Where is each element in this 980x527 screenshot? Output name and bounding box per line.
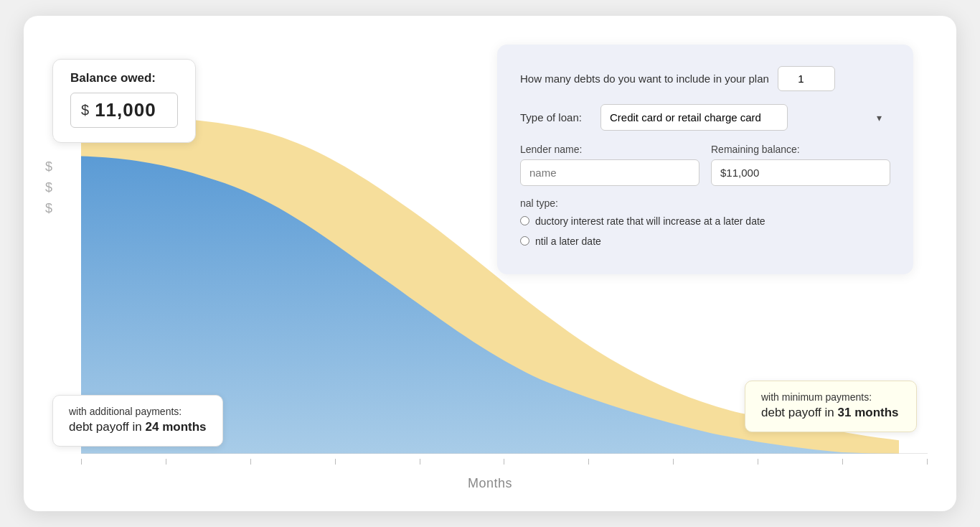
callout-minimum: with minimum payments: debt payoff in 31… <box>745 381 917 432</box>
x-axis-label: Months <box>468 476 512 491</box>
lender-field-group: Lender name: <box>520 144 699 186</box>
remaining-balance-input[interactable] <box>711 159 890 186</box>
balance-amount: 11,000 <box>95 99 156 121</box>
callout-minimum-sub: with minimum payments: <box>761 391 900 403</box>
callout-additional: with additional payments: debt payoff in… <box>52 395 223 447</box>
radio-until[interactable] <box>520 236 529 246</box>
lender-label: Lender name: <box>520 144 699 155</box>
y-label-2: $ <box>45 180 52 195</box>
debts-label: How many debts do you want to include in… <box>520 73 769 85</box>
rate-section: nal type: ductory interest rate that wil… <box>520 197 890 248</box>
callout-additional-sub: with additional payments: <box>69 406 207 417</box>
tick-4 <box>420 459 420 465</box>
callout-minimum-highlight: 31 months <box>838 406 899 419</box>
tick-8 <box>758 459 758 465</box>
tick-5 <box>504 459 504 465</box>
chevron-down-icon: ▾ <box>877 112 882 123</box>
balance-field-group: Remaining balance: <box>711 144 890 186</box>
balance-card: Balance owed: $ 11,000 <box>52 59 196 143</box>
y-label-1: $ <box>45 159 52 174</box>
radio-introductory[interactable] <box>520 216 529 225</box>
balance-label: Balance owed: <box>70 71 178 85</box>
y-axis-labels: $ $ $ <box>45 159 52 216</box>
remaining-balance-label: Remaining balance: <box>711 144 890 155</box>
tick-6 <box>588 459 589 465</box>
debts-input[interactable] <box>778 66 835 91</box>
loan-type-select[interactable]: Credit card or retail charge card Person… <box>600 104 788 131</box>
debts-row: How many debts do you want to include in… <box>520 66 890 91</box>
callout-additional-highlight: 24 months <box>146 420 207 434</box>
currency-symbol: $ <box>81 102 89 118</box>
radio-text-2: ntil a later date <box>535 235 601 249</box>
tick-2 <box>250 459 251 465</box>
tick-0 <box>81 459 82 465</box>
tick-marks <box>81 459 928 465</box>
loan-type-select-wrapper: Credit card or retail charge card Person… <box>600 104 890 131</box>
tick-3 <box>335 459 336 465</box>
callout-additional-main: debt payoff in 24 months <box>69 420 207 434</box>
radio-row-1: ductory interest rate that will increase… <box>520 215 890 229</box>
tick-1 <box>166 459 166 465</box>
rate-section-label: nal type: <box>520 197 890 209</box>
loan-type-label: Type of loan: <box>520 111 592 123</box>
lender-balance-row: Lender name: Remaining balance: <box>520 144 890 186</box>
tick-10 <box>927 459 928 465</box>
callout-additional-text: debt payoff in <box>69 420 146 434</box>
tick-7 <box>673 459 674 465</box>
balance-value-row: $ 11,000 <box>70 93 178 128</box>
radio-row-2: ntil a later date <box>520 235 890 249</box>
main-card: $ $ $ <box>24 16 956 511</box>
lender-input[interactable] <box>520 159 699 186</box>
form-panel: How many debts do you want to include in… <box>497 45 913 274</box>
radio-text-1: ductory interest rate that will increase… <box>535 215 765 229</box>
callout-minimum-main: debt payoff in 31 months <box>761 406 900 420</box>
y-label-3: $ <box>45 201 52 216</box>
loan-type-row: Type of loan: Credit card or retail char… <box>520 104 890 131</box>
tick-9 <box>842 459 843 465</box>
callout-minimum-text: debt payoff in <box>761 406 838 419</box>
